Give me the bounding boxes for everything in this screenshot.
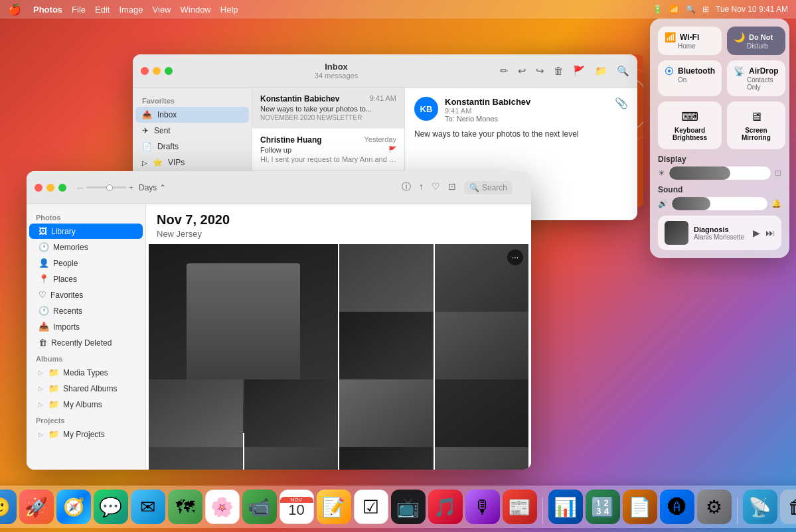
dock-app-appstore[interactable]: 🅐	[660, 490, 694, 524]
dock-app-pages[interactable]: 📄	[623, 490, 657, 524]
photos-toolbar-icons: ⓘ ↑ ♡ ⊡ 🔍 Search	[402, 181, 513, 194]
menubar-left: 🍎 Photos File Edit Image View Window Hel…	[8, 3, 653, 16]
zoom-slider[interactable]: — +	[77, 183, 133, 192]
cc-tile-keyboard-brightness[interactable]: ⌨ KeyboardBrightness	[658, 101, 722, 149]
dock-app-music[interactable]: 🎵	[428, 490, 463, 524]
sidebar-item-imports[interactable]: 📥 Imports	[29, 319, 143, 334]
sidebar-item-media-types[interactable]: ▷ 📁 Media Types	[29, 365, 143, 380]
mail-traffic-lights[interactable]	[141, 67, 173, 75]
menu-window[interactable]: Window	[181, 5, 211, 15]
dock-app-calendar[interactable]: NOV 10	[279, 490, 314, 524]
dock-app-airdrop[interactable]: 📡	[743, 490, 777, 524]
mail-compose-icon[interactable]: ✏	[500, 65, 509, 77]
sidebar-item-people[interactable]: 👤 People	[29, 255, 143, 271]
mail-delete-icon[interactable]: 🗑	[554, 65, 564, 77]
mail-forward-icon[interactable]: ↪	[536, 65, 544, 77]
dock-app-news[interactable]: 📰	[503, 490, 537, 524]
mail-detail-sender-name: Konstantin Babichev	[445, 97, 608, 107]
mail-reply-icon[interactable]: ↩	[518, 65, 526, 77]
sidebar-item-places[interactable]: 📍 Places	[29, 271, 143, 287]
mail-flag-icon[interactable]: 🚩	[573, 65, 586, 77]
dock-app-photos[interactable]: 🌸	[205, 490, 240, 524]
mail-message-item-1[interactable]: Konstantin Babichev 9:41 AM New ways to …	[252, 88, 404, 129]
photos-minimize-button[interactable]	[46, 184, 54, 192]
menubar-control-center-icon[interactable]: ⊞	[702, 5, 709, 14]
menu-image[interactable]: Image	[119, 5, 143, 15]
photo-cell-10[interactable]	[149, 447, 243, 470]
dock-app-maps[interactable]: 🗺	[168, 490, 202, 524]
dock-app-finder[interactable]: 🙂	[0, 490, 17, 524]
media-types-icon: 📁	[48, 367, 59, 377]
photos-close-button[interactable]	[35, 184, 42, 192]
mail-close-button[interactable]	[141, 67, 149, 75]
sidebar-item-shared-albums[interactable]: ▷ 📁 Shared Albums	[29, 381, 143, 396]
dock: 🙂 🚀 🧭 💬 ✉ 🗺 🌸 📹 NOV 10 📝 ☑ 📺 🎵 🎙 📰 📊 🔢 📄…	[0, 486, 796, 528]
apple-menu[interactable]: 🍎	[8, 3, 21, 16]
cc-tile-dnd[interactable]: 🌙 Do Not Disturb	[727, 27, 785, 55]
cc-tile-bluetooth[interactable]: ⦿ Bluetooth On	[658, 60, 722, 96]
dock-app-notes[interactable]: 📝	[317, 490, 351, 524]
mail-toolbar: Inbox 34 messages ✏ ↩ ↪ 🗑 🚩 📁 🔍	[133, 54, 637, 88]
days-selector[interactable]: Days ⌃	[139, 183, 166, 192]
zoom-slider-track[interactable]	[86, 186, 126, 188]
mail-minimize-button[interactable]	[153, 67, 161, 75]
menu-help[interactable]: Help	[220, 5, 238, 15]
menu-edit[interactable]: Edit	[95, 5, 110, 15]
dock-app-numbers[interactable]: 🔢	[586, 490, 620, 524]
dock-app-system-preferences[interactable]: ⚙	[697, 490, 732, 524]
display-brightness-slider[interactable]	[669, 166, 771, 180]
sound-volume-fill	[672, 197, 710, 210]
dock-app-podcasts[interactable]: 🎙	[465, 490, 500, 524]
menu-view[interactable]: View	[153, 5, 171, 15]
photos-favorite-icon[interactable]: ♡	[432, 181, 440, 194]
menu-app-name[interactable]: Photos	[33, 5, 62, 15]
control-center: 📶 Wi-Fi Home 🌙 Do Not Disturb ⦿ Bluetoot…	[650, 19, 789, 258]
photos-traffic-lights[interactable]	[35, 184, 66, 192]
photo-cell-11[interactable]	[244, 447, 339, 470]
photo-group-more-icon[interactable]: ···	[507, 249, 523, 265]
photos-fullscreen-button[interactable]	[58, 184, 66, 192]
cc-tile-wifi[interactable]: 📶 Wi-Fi Home	[658, 27, 722, 55]
mail-time-2: Yesterday	[364, 135, 396, 145]
mail-search-icon[interactable]: 🔍	[617, 65, 629, 77]
dock-app-messages[interactable]: 💬	[94, 490, 128, 524]
dock-app-reminders[interactable]: ☑	[354, 490, 388, 524]
dock-app-trash[interactable]: 🗑	[780, 490, 797, 524]
dock-app-mail[interactable]: ✉	[131, 490, 165, 524]
sidebar-item-library[interactable]: 🖼 Library	[29, 224, 143, 239]
mail-sidebar-sent[interactable]: ✈ Sent	[133, 123, 252, 139]
cc-skip-icon[interactable]: ⏭	[765, 228, 775, 238]
mail-move-icon[interactable]: 📁	[595, 65, 607, 77]
mail-sent-icon: ✈	[142, 126, 149, 135]
photo-cell-13[interactable]	[435, 447, 529, 470]
cc-tile-screen-mirroring[interactable]: 🖥 ScreenMirroring	[727, 101, 785, 149]
photos-share-icon[interactable]: ↑	[419, 181, 424, 194]
photos-info-icon[interactable]: ⓘ	[402, 181, 411, 194]
photos-window: — + Days ⌃ ⓘ ↑ ♡ ⊡ 🔍 Search	[27, 171, 531, 470]
cc-play-icon[interactable]: ▶	[753, 228, 760, 238]
sidebar-item-memories[interactable]: 🕐 Memories	[29, 239, 143, 255]
dock-app-tv[interactable]: 📺	[391, 490, 426, 524]
sound-volume-slider[interactable]	[672, 197, 767, 210]
photos-crop-icon[interactable]: ⊡	[448, 181, 456, 194]
mail-sidebar-vips[interactable]: ▷ ⭐ VIPs	[133, 155, 252, 170]
dock-app-facetime[interactable]: 📹	[242, 490, 277, 524]
sidebar-item-my-projects[interactable]: ▷ 📁 My Projects	[29, 427, 143, 442]
menu-file[interactable]: File	[72, 5, 86, 15]
menubar-search-icon[interactable]: 🔍	[686, 5, 696, 14]
mail-sidebar-drafts[interactable]: 📄 Drafts	[133, 139, 252, 155]
sidebar-item-favorites[interactable]: ♡ Favorites	[29, 287, 143, 302]
photos-search-box[interactable]: 🔍 Search	[464, 181, 513, 194]
dock-app-keynote[interactable]: 📊	[548, 490, 583, 524]
mail-sidebar-inbox[interactable]: 📥 Inbox	[135, 107, 249, 123]
sidebar-item-recently-deleted[interactable]: 🗑 Recently Deleted	[29, 335, 143, 350]
sidebar-item-my-albums[interactable]: ▷ 📁 My Albums	[29, 397, 143, 412]
photo-cell-12[interactable]	[339, 447, 434, 470]
mail-message-item-2[interactable]: Christine Huang Yesterday Follow up 🚩 Hi…	[252, 129, 404, 170]
dock-app-launchpad[interactable]: 🚀	[19, 490, 54, 524]
dock-app-safari[interactable]: 🧭	[56, 490, 91, 524]
sidebar-item-recents[interactable]: 🕐 Recents	[29, 303, 143, 318]
mail-time-1: 9:41 AM	[370, 94, 396, 103]
cc-tile-airdrop[interactable]: 📡 AirDrop Contacts Only	[727, 60, 785, 96]
mail-fullscreen-button[interactable]	[165, 67, 173, 75]
